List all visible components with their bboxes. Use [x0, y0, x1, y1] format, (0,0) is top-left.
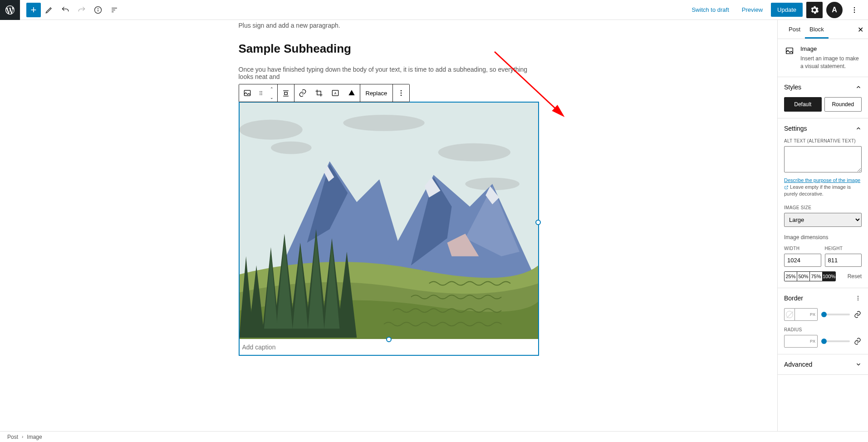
- options-button[interactable]: [846, 2, 863, 18]
- tab-block[interactable]: Block: [805, 20, 829, 39]
- link-icon: [298, 88, 307, 98]
- chevron-up-icon: ⌃: [266, 84, 277, 93]
- border-panel-toggle[interactable]: Border: [784, 295, 862, 302]
- svg-point-12: [260, 93, 260, 93]
- settings-panel-toggle[interactable]: Settings: [784, 125, 862, 132]
- alt-text-input[interactable]: [784, 146, 862, 172]
- info-icon: [93, 5, 103, 15]
- border-width-input[interactable]: PX: [795, 308, 818, 321]
- text-over-image-button[interactable]: A: [327, 84, 343, 102]
- block-type-button[interactable]: [239, 84, 255, 102]
- replace-button[interactable]: Replace: [360, 84, 393, 102]
- preview-button[interactable]: Preview: [737, 4, 767, 16]
- wordpress-icon: [5, 5, 15, 15]
- redo-icon: [77, 5, 86, 15]
- alt-text-label: ALT TEXT (ALTERNATIVE TEXT): [784, 138, 862, 143]
- close-sidebar-button[interactable]: ✕: [858, 25, 863, 34]
- top-toolbar: + Switch to draft Preview Update A: [0, 0, 868, 20]
- border-width-slider[interactable]: [821, 314, 850, 315]
- more-vertical-icon: [854, 295, 862, 302]
- wordpress-logo-button[interactable]: [0, 0, 20, 20]
- style-rounded-button[interactable]: Rounded: [824, 97, 862, 112]
- border-radius-input[interactable]: PX: [784, 335, 818, 348]
- pct-25-button[interactable]: 25%: [785, 272, 797, 281]
- svg-point-15: [261, 94, 262, 95]
- alt-help-link[interactable]: Describe the purpose of the image: [784, 177, 860, 183]
- mountain-illustration: [240, 103, 538, 339]
- list-view-icon: [110, 5, 119, 15]
- undo-button[interactable]: [57, 2, 74, 18]
- drag-handle[interactable]: [255, 84, 266, 102]
- link-button[interactable]: [294, 84, 311, 102]
- svg-point-23: [401, 95, 402, 96]
- chevron-down-icon: [855, 361, 862, 368]
- list-view-button[interactable]: [106, 2, 123, 18]
- image-block[interactable]: [239, 102, 539, 356]
- chevron-up-icon: [855, 84, 862, 90]
- update-button[interactable]: Update: [771, 3, 803, 17]
- heading-block[interactable]: Sample Subheading: [239, 42, 539, 56]
- editor-canvas[interactable]: Plus sign and add a new paragraph. Sampl…: [0, 20, 777, 431]
- settings-toggle-button[interactable]: [806, 2, 823, 18]
- svg-text:A: A: [334, 92, 336, 95]
- unlink-sides-button[interactable]: [853, 337, 862, 345]
- svg-point-10: [260, 91, 260, 92]
- align-icon: [281, 88, 290, 98]
- paragraph-block[interactable]: Plus sign and add a new paragraph.: [239, 22, 539, 29]
- image-size-label: IMAGE SIZE: [784, 205, 862, 210]
- breadcrumb-post[interactable]: Post: [7, 434, 18, 440]
- svg-point-11: [261, 91, 262, 92]
- align-button[interactable]: [278, 84, 294, 102]
- svg-point-25: [240, 120, 303, 140]
- style-default-button[interactable]: Default: [784, 97, 822, 112]
- svg-rect-17: [284, 92, 287, 94]
- border-radius-slider[interactable]: [821, 340, 850, 342]
- chevron-right-icon: ›: [22, 434, 23, 439]
- alt-text-help: Describe the purpose of the image Leave …: [784, 177, 862, 198]
- reset-dimensions-button[interactable]: Reset: [848, 273, 862, 280]
- unlink-sides-button[interactable]: [853, 310, 862, 319]
- redo-button[interactable]: [74, 2, 90, 18]
- paragraph-block[interactable]: Once you have finished typing down the b…: [239, 66, 539, 80]
- duotone-icon: [347, 88, 356, 98]
- drag-icon: [258, 90, 264, 96]
- duotone-button[interactable]: [343, 84, 360, 102]
- svg-point-6: [854, 7, 855, 8]
- details-button[interactable]: [90, 2, 106, 18]
- breadcrumb-image[interactable]: Image: [27, 434, 42, 440]
- svg-point-29: [270, 142, 311, 154]
- move-updown[interactable]: ⌃⌄: [266, 84, 277, 102]
- pct-100-button[interactable]: 100%: [823, 272, 835, 281]
- resize-handle-right[interactable]: [535, 220, 541, 225]
- crop-button[interactable]: [311, 84, 327, 102]
- image-icon: [243, 88, 252, 98]
- text-overlay-icon: A: [331, 88, 340, 98]
- pct-75-button[interactable]: 75%: [810, 272, 823, 281]
- tab-post[interactable]: Post: [784, 20, 805, 38]
- radius-label: RADIUS: [784, 327, 862, 332]
- more-vertical-icon: [850, 5, 859, 15]
- height-input[interactable]: [825, 254, 862, 267]
- block-options-button[interactable]: [393, 84, 409, 102]
- svg-point-22: [401, 93, 402, 94]
- block-toolbar: ⌃⌄ A Replace: [239, 84, 410, 102]
- advanced-panel-toggle[interactable]: Advanced: [784, 361, 862, 368]
- width-label: WIDTH: [784, 246, 821, 251]
- tools-toggle-button[interactable]: [41, 2, 57, 18]
- switch-to-draft-button[interactable]: Switch to draft: [687, 4, 733, 16]
- add-block-button[interactable]: +: [26, 3, 41, 17]
- pct-50-button[interactable]: 50%: [797, 272, 810, 281]
- image-size-select[interactable]: Large: [784, 213, 862, 227]
- svg-point-57: [858, 300, 858, 300]
- styles-panel-toggle[interactable]: Styles: [784, 83, 862, 91]
- width-input[interactable]: [784, 254, 821, 267]
- image-block-icon: [784, 45, 795, 56]
- crop-icon: [314, 88, 324, 98]
- svg-point-13: [261, 93, 262, 93]
- height-label: HEIGHT: [825, 246, 862, 251]
- svg-point-2: [98, 8, 98, 9]
- astra-button[interactable]: A: [826, 2, 843, 18]
- border-color-button[interactable]: [784, 308, 795, 321]
- resize-handle-bottom[interactable]: [386, 337, 392, 342]
- svg-point-8: [854, 11, 855, 13]
